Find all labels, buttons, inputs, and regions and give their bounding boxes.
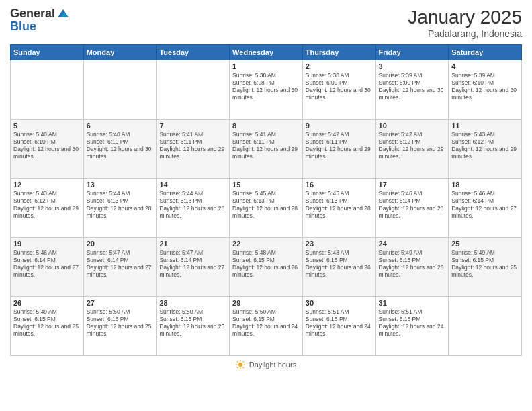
day-number: 28 xyxy=(159,299,226,307)
day-info: Sunrise: 5:42 AM Sunset: 6:12 PM Dayligh… xyxy=(379,131,446,161)
calendar-week-row: 19Sunrise: 5:46 AM Sunset: 6:14 PM Dayli… xyxy=(11,238,522,297)
day-number: 7 xyxy=(159,122,226,130)
day-info: Sunrise: 5:51 AM Sunset: 6:15 PM Dayligh… xyxy=(379,308,446,338)
day-number: 16 xyxy=(306,181,373,189)
day-info: Sunrise: 5:50 AM Sunset: 6:15 PM Dayligh… xyxy=(87,308,154,338)
table-row: 14Sunrise: 5:44 AM Sunset: 6:13 PM Dayli… xyxy=(157,179,230,238)
header-friday: Friday xyxy=(375,45,449,60)
table-row: 8Sunrise: 5:41 AM Sunset: 6:11 PM Daylig… xyxy=(230,120,303,179)
logo-blue: Blue xyxy=(10,20,70,32)
day-info: Sunrise: 5:46 AM Sunset: 6:14 PM Dayligh… xyxy=(451,190,519,220)
table-row: 5Sunrise: 5:40 AM Sunset: 6:10 PM Daylig… xyxy=(11,120,84,179)
day-number: 12 xyxy=(13,181,81,189)
day-info: Sunrise: 5:43 AM Sunset: 6:12 PM Dayligh… xyxy=(451,131,519,161)
table-row xyxy=(83,60,157,120)
table-row: 31Sunrise: 5:51 AM Sunset: 6:15 PM Dayli… xyxy=(375,297,449,356)
table-row: 6Sunrise: 5:40 AM Sunset: 6:10 PM Daylig… xyxy=(83,120,157,179)
day-number: 14 xyxy=(159,181,226,189)
day-info: Sunrise: 5:47 AM Sunset: 6:14 PM Dayligh… xyxy=(159,249,226,279)
table-row: 23Sunrise: 5:48 AM Sunset: 6:15 PM Dayli… xyxy=(302,238,375,297)
title-block: January 2025 Padalarang, Indonesia xyxy=(408,7,522,39)
header-tuesday: Tuesday xyxy=(157,45,230,60)
table-row: 22Sunrise: 5:48 AM Sunset: 6:15 PM Dayli… xyxy=(230,238,303,297)
calendar-table: Sunday Monday Tuesday Wednesday Thursday… xyxy=(10,44,522,356)
table-row: 29Sunrise: 5:50 AM Sunset: 6:15 PM Dayli… xyxy=(230,297,303,356)
day-number: 4 xyxy=(451,62,519,71)
table-row: 13Sunrise: 5:44 AM Sunset: 6:13 PM Dayli… xyxy=(83,179,157,238)
day-info: Sunrise: 5:44 AM Sunset: 6:13 PM Dayligh… xyxy=(87,190,154,220)
month-title: January 2025 xyxy=(408,7,522,28)
table-row: 21Sunrise: 5:47 AM Sunset: 6:14 PM Dayli… xyxy=(157,238,230,297)
table-row: 16Sunrise: 5:45 AM Sunset: 6:13 PM Dayli… xyxy=(302,179,375,238)
day-info: Sunrise: 5:39 AM Sunset: 6:10 PM Dayligh… xyxy=(451,72,519,101)
svg-line-9 xyxy=(242,361,244,363)
day-info: Sunrise: 5:47 AM Sunset: 6:14 PM Dayligh… xyxy=(87,249,154,279)
table-row: 12Sunrise: 5:43 AM Sunset: 6:12 PM Dayli… xyxy=(11,179,84,238)
day-info: Sunrise: 5:44 AM Sunset: 6:13 PM Dayligh… xyxy=(159,190,226,220)
header-wednesday: Wednesday xyxy=(230,45,303,60)
day-number: 9 xyxy=(306,122,373,130)
day-info: Sunrise: 5:41 AM Sunset: 6:11 PM Dayligh… xyxy=(159,131,226,161)
day-number: 21 xyxy=(159,240,226,248)
day-number: 18 xyxy=(451,181,519,189)
logo: General Blue xyxy=(10,7,70,32)
table-row: 24Sunrise: 5:49 AM Sunset: 6:15 PM Dayli… xyxy=(375,238,449,297)
table-row: 28Sunrise: 5:50 AM Sunset: 6:15 PM Dayli… xyxy=(157,297,230,356)
day-info: Sunrise: 5:42 AM Sunset: 6:11 PM Dayligh… xyxy=(306,131,373,161)
day-number: 25 xyxy=(451,240,519,248)
footer-legend: Daylight hours xyxy=(10,360,522,369)
day-number: 24 xyxy=(379,240,446,248)
day-info: Sunrise: 5:45 AM Sunset: 6:13 PM Dayligh… xyxy=(306,190,373,220)
table-row: 1Sunrise: 5:38 AM Sunset: 6:08 PM Daylig… xyxy=(230,60,303,120)
day-info: Sunrise: 5:38 AM Sunset: 6:08 PM Dayligh… xyxy=(232,72,300,101)
table-row xyxy=(449,297,522,356)
page: General Blue January 2025 Padalarang, In… xyxy=(0,0,532,411)
table-row: 15Sunrise: 5:45 AM Sunset: 6:13 PM Dayli… xyxy=(230,179,303,238)
header-sunday: Sunday xyxy=(11,45,84,60)
day-info: Sunrise: 5:50 AM Sunset: 6:15 PM Dayligh… xyxy=(159,308,226,338)
table-row: 3Sunrise: 5:39 AM Sunset: 6:09 PM Daylig… xyxy=(375,60,449,120)
logo-icon xyxy=(56,7,70,20)
svg-point-2 xyxy=(238,363,242,367)
header-thursday: Thursday xyxy=(302,45,375,60)
table-row: 25Sunrise: 5:49 AM Sunset: 6:15 PM Dayli… xyxy=(449,238,522,297)
day-number: 10 xyxy=(379,122,446,130)
day-info: Sunrise: 5:46 AM Sunset: 6:14 PM Dayligh… xyxy=(13,249,81,279)
calendar-week-row: 1Sunrise: 5:38 AM Sunset: 6:08 PM Daylig… xyxy=(11,60,522,120)
day-number: 31 xyxy=(379,299,446,307)
day-number: 15 xyxy=(232,181,300,189)
svg-line-7 xyxy=(237,361,238,363)
day-info: Sunrise: 5:49 AM Sunset: 6:15 PM Dayligh… xyxy=(379,249,446,279)
table-row: 30Sunrise: 5:51 AM Sunset: 6:15 PM Dayli… xyxy=(302,297,375,356)
day-number: 17 xyxy=(379,181,446,189)
svg-line-8 xyxy=(242,367,244,369)
logo-general: General xyxy=(10,7,55,19)
day-number: 26 xyxy=(13,299,81,307)
day-info: Sunrise: 5:45 AM Sunset: 6:13 PM Dayligh… xyxy=(232,190,300,220)
day-number: 20 xyxy=(87,240,154,248)
day-info: Sunrise: 5:40 AM Sunset: 6:10 PM Dayligh… xyxy=(87,131,154,161)
day-info: Sunrise: 5:48 AM Sunset: 6:15 PM Dayligh… xyxy=(306,249,373,279)
table-row: 10Sunrise: 5:42 AM Sunset: 6:12 PM Dayli… xyxy=(375,120,449,179)
calendar-header-row: Sunday Monday Tuesday Wednesday Thursday… xyxy=(11,45,522,60)
day-info: Sunrise: 5:38 AM Sunset: 6:09 PM Dayligh… xyxy=(306,72,373,101)
day-number: 29 xyxy=(232,299,300,307)
day-info: Sunrise: 5:50 AM Sunset: 6:15 PM Dayligh… xyxy=(232,308,300,338)
header: General Blue January 2025 Padalarang, In… xyxy=(10,7,522,39)
day-number: 22 xyxy=(232,240,300,248)
table-row: 19Sunrise: 5:46 AM Sunset: 6:14 PM Dayli… xyxy=(11,238,84,297)
logo-text: General Blue xyxy=(10,7,70,32)
calendar-week-row: 5Sunrise: 5:40 AM Sunset: 6:10 PM Daylig… xyxy=(11,120,522,179)
location: Padalarang, Indonesia xyxy=(408,28,522,39)
table-row: 7Sunrise: 5:41 AM Sunset: 6:11 PM Daylig… xyxy=(157,120,230,179)
day-number: 23 xyxy=(306,240,373,248)
table-row xyxy=(11,60,84,120)
day-info: Sunrise: 5:48 AM Sunset: 6:15 PM Dayligh… xyxy=(232,249,300,279)
day-info: Sunrise: 5:46 AM Sunset: 6:14 PM Dayligh… xyxy=(379,190,446,220)
table-row: 11Sunrise: 5:43 AM Sunset: 6:12 PM Dayli… xyxy=(449,120,522,179)
table-row: 27Sunrise: 5:50 AM Sunset: 6:15 PM Dayli… xyxy=(83,297,157,356)
day-info: Sunrise: 5:51 AM Sunset: 6:15 PM Dayligh… xyxy=(306,308,373,338)
table-row: 18Sunrise: 5:46 AM Sunset: 6:14 PM Dayli… xyxy=(449,179,522,238)
daylight-label: Daylight hours xyxy=(249,361,296,369)
calendar-week-row: 26Sunrise: 5:49 AM Sunset: 6:15 PM Dayli… xyxy=(11,297,522,356)
